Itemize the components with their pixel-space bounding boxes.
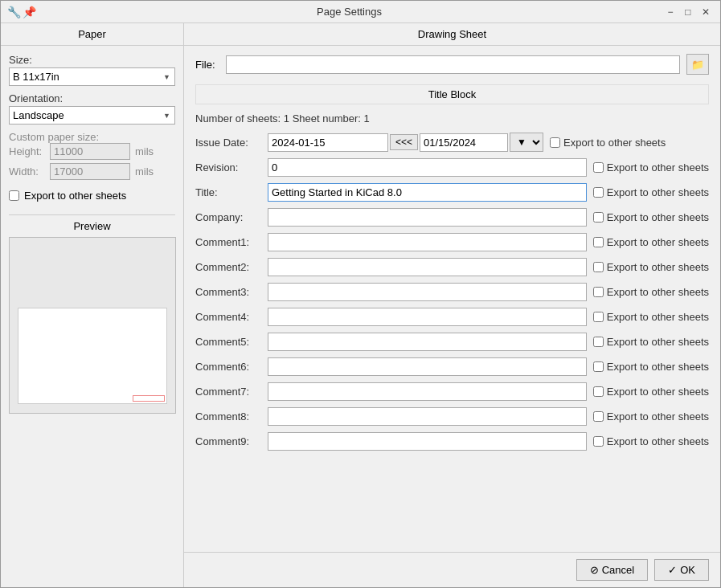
width-units: mils [135,165,154,178]
comment7-row: Comment7: Export to other sheets [195,382,709,401]
preview-title-block [133,395,165,402]
preview-canvas [9,237,176,414]
file-row: File: 📁 [195,54,709,75]
comment9-label: Comment9: [195,435,268,447]
comment5-row: Comment5: Export to other sheets [195,333,709,351]
comment6-input[interactable] [268,357,587,376]
comment1-export-checkbox[interactable] [593,237,604,247]
company-row: Company: Export to other sheets [195,208,709,227]
comment8-row: Comment8: Export to other sheets [195,407,709,426]
comment5-input[interactable] [268,333,587,351]
comment4-row: Comment4: Export to other sheets [195,308,709,326]
size-select[interactable]: B 11x17in [9,67,175,86]
comment3-input[interactable] [268,283,587,301]
comment7-export-label: Export to other sheets [607,386,709,398]
paper-export-label: Export to other sheets [24,190,126,202]
comment6-export-checkbox[interactable] [593,361,604,372]
height-row: Height: mils [9,143,175,160]
issue-date-label: Issue Date: [195,137,268,149]
title-row: Title: Export to other sheets [195,183,709,202]
drawing-sheet-panel: Drawing Sheet File: 📁 Title Block Number… [184,23,720,587]
issue-date-export-checkbox[interactable] [550,137,560,148]
ok-icon: ✓ [668,564,677,576]
file-input[interactable] [226,55,680,74]
revision-input[interactable] [268,158,587,177]
title-export-checkbox[interactable] [593,187,604,198]
comment2-export-checkbox[interactable] [593,262,604,272]
ok-button[interactable]: ✓ OK [654,559,709,581]
comment2-export: Export to other sheets [593,261,709,273]
comment4-input[interactable] [268,308,587,326]
paper-fields: Size: B 11x17in Orientation: Landscape [1,46,183,422]
title-block-header: Title Block [195,84,709,104]
comment8-export: Export to other sheets [593,410,709,423]
title-export: Export to other sheets [593,186,709,198]
comment7-label: Comment7: [195,386,268,398]
cancel-icon: ⊘ [590,564,599,576]
ok-label: OK [680,564,695,576]
width-row: Width: mils [9,163,175,180]
size-select-wrapper: B 11x17in [9,67,175,86]
date-sync-button[interactable]: <<< [390,134,418,150]
comment4-export-checkbox[interactable] [593,312,604,322]
comment2-label: Comment2: [195,261,268,273]
title-export-label: Export to other sheets [607,186,709,198]
revision-export-checkbox[interactable] [593,162,604,173]
revision-label: Revision: [195,161,268,174]
comment2-input[interactable] [268,258,587,276]
comment1-export: Export to other sheets [593,236,709,248]
size-field-group: Size: B 11x17in [9,54,175,86]
comment5-export: Export to other sheets [593,336,709,348]
comment3-export-checkbox[interactable] [593,287,604,297]
dialog-title: Page Settings [317,6,382,18]
maximize-button[interactable]: □ [680,4,696,20]
company-input[interactable] [268,208,587,227]
comment5-label: Comment5: [195,336,268,348]
date-formatted-input[interactable] [420,133,508,152]
window-controls: − □ ✕ [662,4,714,20]
preview-page [18,308,166,404]
date-dropdown[interactable]: ▼ [510,133,543,152]
custom-size-label: Custom paper size: [9,131,175,143]
revision-row: Revision: Export to other sheets [195,158,709,177]
comment7-input[interactable] [268,382,587,401]
orientation-select[interactable]: Landscape [9,106,175,125]
comment8-input[interactable] [268,407,587,426]
comment9-input[interactable] [268,432,587,451]
company-export-checkbox[interactable] [593,212,604,223]
paper-export-checkbox[interactable] [9,190,19,201]
comment3-export-label: Export to other sheets [607,286,709,298]
revision-export-label: Export to other sheets [607,161,709,174]
company-export-label: Export to other sheets [607,211,709,223]
sheet-info: Number of sheets: 1 Sheet number: 1 [195,112,709,125]
close-button[interactable]: ✕ [698,4,714,20]
preview-section: Preview [9,214,175,414]
comment3-export: Export to other sheets [593,286,709,298]
title-label: Title: [195,186,268,198]
comment3-label: Comment3: [195,286,268,298]
title-input[interactable] [268,183,587,202]
minimize-button[interactable]: − [662,4,678,20]
comment5-export-label: Export to other sheets [607,336,709,348]
issue-date-row: Issue Date: <<< ▼ Export to other sheets [195,133,709,152]
cancel-button[interactable]: ⊘ Cancel [576,559,648,581]
comment7-export-checkbox[interactable] [593,386,604,397]
height-label: Height: [9,145,45,157]
comment7-export: Export to other sheets [593,386,709,398]
comment1-row: Comment1: Export to other sheets [195,233,709,251]
comment8-export-label: Export to other sheets [607,410,709,423]
comment9-export-checkbox[interactable] [593,436,604,447]
comment2-row: Comment2: Export to other sheets [195,258,709,276]
comment4-export: Export to other sheets [593,311,709,323]
issue-date-input[interactable] [268,133,388,152]
file-browse-button[interactable]: 📁 [686,54,709,75]
comment6-export-label: Export to other sheets [607,361,709,373]
drawing-sheet-content: File: 📁 Title Block Number of sheets: 1 … [184,46,720,552]
comment8-export-checkbox[interactable] [593,411,604,422]
comment1-input[interactable] [268,233,587,251]
paper-panel: Paper Size: B 11x17in Orientation: Lands… [1,23,184,587]
comment5-export-checkbox[interactable] [593,337,604,347]
paper-panel-header: Paper [1,23,183,46]
width-label: Width: [9,165,45,178]
comment9-export: Export to other sheets [593,435,709,447]
